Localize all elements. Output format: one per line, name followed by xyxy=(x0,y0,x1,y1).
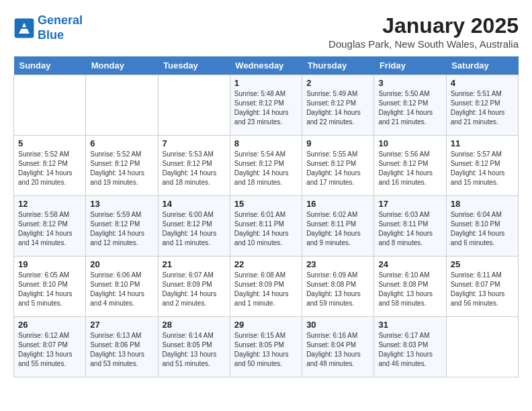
month-title: January 2025 xyxy=(328,13,519,38)
weekday-header-tuesday: Tuesday xyxy=(158,56,230,75)
calendar-cell: 10Sunrise: 5:56 AM Sunset: 8:12 PM Dayli… xyxy=(374,136,446,196)
calendar-cell: 5Sunrise: 5:52 AM Sunset: 8:12 PM Daylig… xyxy=(14,136,86,196)
calendar-cell: 18Sunrise: 6:04 AM Sunset: 8:10 PM Dayli… xyxy=(446,196,518,257)
day-number: 28 xyxy=(163,320,226,330)
day-number: 6 xyxy=(90,138,153,148)
calendar-cell: 15Sunrise: 6:01 AM Sunset: 8:11 PM Dayli… xyxy=(230,196,302,257)
calendar-cell: 26Sunrise: 6:12 AM Sunset: 8:07 PM Dayli… xyxy=(14,317,86,377)
calendar-cell: 8Sunrise: 5:54 AM Sunset: 8:12 PM Daylig… xyxy=(230,136,302,196)
day-info: Sunrise: 6:02 AM Sunset: 8:11 PM Dayligh… xyxy=(306,210,369,248)
calendar-cell: 6Sunrise: 5:52 AM Sunset: 8:12 PM Daylig… xyxy=(86,136,158,196)
day-number: 30 xyxy=(306,320,369,330)
day-info: Sunrise: 5:54 AM Sunset: 8:12 PM Dayligh… xyxy=(234,150,298,187)
day-info: Sunrise: 6:06 AM Sunset: 8:10 PM Dayligh… xyxy=(90,271,153,308)
day-info: Sunrise: 6:17 AM Sunset: 8:03 PM Dayligh… xyxy=(378,331,441,369)
calendar-cell xyxy=(14,75,86,136)
day-number: 14 xyxy=(163,199,226,209)
day-info: Sunrise: 6:16 AM Sunset: 8:04 PM Dayligh… xyxy=(306,331,369,369)
day-info: Sunrise: 5:51 AM Sunset: 8:12 PM Dayligh… xyxy=(451,89,514,127)
calendar-cell: 16Sunrise: 6:02 AM Sunset: 8:11 PM Dayli… xyxy=(302,196,374,257)
day-number: 13 xyxy=(90,199,153,209)
day-info: Sunrise: 5:50 AM Sunset: 8:12 PM Dayligh… xyxy=(378,89,441,127)
day-number: 22 xyxy=(234,259,298,269)
calendar-cell: 1Sunrise: 5:48 AM Sunset: 8:12 PM Daylig… xyxy=(230,75,302,136)
day-info: Sunrise: 6:15 AM Sunset: 8:05 PM Dayligh… xyxy=(234,331,298,369)
weekday-header-friday: Friday xyxy=(374,56,446,75)
calendar-cell xyxy=(446,317,518,377)
location-title: Douglas Park, New South Wales, Australia xyxy=(328,38,519,50)
logo-icon xyxy=(13,17,35,39)
day-info: Sunrise: 6:05 AM Sunset: 8:10 PM Dayligh… xyxy=(18,271,81,308)
day-info: Sunrise: 6:10 AM Sunset: 8:08 PM Dayligh… xyxy=(378,271,441,308)
calendar-cell: 17Sunrise: 6:03 AM Sunset: 8:11 PM Dayli… xyxy=(374,196,446,257)
day-info: Sunrise: 5:55 AM Sunset: 8:12 PM Dayligh… xyxy=(306,150,369,187)
calendar-cell: 24Sunrise: 6:10 AM Sunset: 8:08 PM Dayli… xyxy=(374,257,446,317)
day-number: 5 xyxy=(18,138,81,148)
calendar-cell: 4Sunrise: 5:51 AM Sunset: 8:12 PM Daylig… xyxy=(446,75,518,136)
day-number: 15 xyxy=(234,199,298,209)
day-number: 19 xyxy=(18,259,81,269)
calendar-cell: 19Sunrise: 6:05 AM Sunset: 8:10 PM Dayli… xyxy=(14,257,86,317)
day-info: Sunrise: 6:11 AM Sunset: 8:07 PM Dayligh… xyxy=(451,271,514,308)
calendar-cell: 7Sunrise: 5:53 AM Sunset: 8:12 PM Daylig… xyxy=(158,136,230,196)
day-info: Sunrise: 6:07 AM Sunset: 8:09 PM Dayligh… xyxy=(163,271,226,308)
day-info: Sunrise: 6:00 AM Sunset: 8:12 PM Dayligh… xyxy=(163,210,226,248)
calendar-cell xyxy=(158,75,230,136)
day-number: 7 xyxy=(163,138,226,148)
day-info: Sunrise: 6:08 AM Sunset: 8:09 PM Dayligh… xyxy=(234,271,298,308)
weekday-header-wednesday: Wednesday xyxy=(230,56,302,75)
day-info: Sunrise: 5:52 AM Sunset: 8:12 PM Dayligh… xyxy=(18,150,81,187)
calendar-cell: 13Sunrise: 5:59 AM Sunset: 8:12 PM Dayli… xyxy=(86,196,158,257)
calendar-cell: 2Sunrise: 5:49 AM Sunset: 8:12 PM Daylig… xyxy=(302,75,374,136)
calendar-table: SundayMondayTuesdayWednesdayThursdayFrid… xyxy=(13,56,519,377)
day-info: Sunrise: 6:01 AM Sunset: 8:11 PM Dayligh… xyxy=(234,210,298,248)
day-info: Sunrise: 5:53 AM Sunset: 8:12 PM Dayligh… xyxy=(163,150,226,187)
calendar-cell: 20Sunrise: 6:06 AM Sunset: 8:10 PM Dayli… xyxy=(86,257,158,317)
page-header: General Blue January 2025 Douglas Park, … xyxy=(13,13,519,50)
day-info: Sunrise: 6:12 AM Sunset: 8:07 PM Dayligh… xyxy=(18,331,81,369)
day-info: Sunrise: 6:13 AM Sunset: 8:06 PM Dayligh… xyxy=(90,331,153,369)
logo: General Blue xyxy=(13,13,83,42)
logo-text: General Blue xyxy=(38,13,83,42)
calendar-cell xyxy=(86,75,158,136)
calendar-cell: 11Sunrise: 5:57 AM Sunset: 8:12 PM Dayli… xyxy=(446,136,518,196)
day-number: 23 xyxy=(306,259,369,269)
day-number: 10 xyxy=(378,138,441,148)
day-number: 3 xyxy=(378,78,441,88)
calendar-cell: 21Sunrise: 6:07 AM Sunset: 8:09 PM Dayli… xyxy=(158,257,230,317)
day-number: 16 xyxy=(306,199,369,209)
calendar-cell: 28Sunrise: 6:14 AM Sunset: 8:05 PM Dayli… xyxy=(158,317,230,377)
day-number: 9 xyxy=(306,138,369,148)
day-number: 4 xyxy=(451,78,514,88)
day-number: 29 xyxy=(234,320,298,330)
day-info: Sunrise: 5:59 AM Sunset: 8:12 PM Dayligh… xyxy=(90,210,153,248)
weekday-header-sunday: Sunday xyxy=(14,56,86,75)
day-info: Sunrise: 5:52 AM Sunset: 8:12 PM Dayligh… xyxy=(90,150,153,187)
day-number: 31 xyxy=(378,320,441,330)
day-number: 18 xyxy=(451,199,514,209)
day-info: Sunrise: 5:58 AM Sunset: 8:12 PM Dayligh… xyxy=(18,210,81,248)
weekday-header-monday: Monday xyxy=(86,56,158,75)
day-number: 12 xyxy=(18,199,81,209)
day-number: 20 xyxy=(90,259,153,269)
title-block: January 2025 Douglas Park, New South Wal… xyxy=(328,13,519,50)
weekday-header-thursday: Thursday xyxy=(302,56,374,75)
calendar-cell: 29Sunrise: 6:15 AM Sunset: 8:05 PM Dayli… xyxy=(230,317,302,377)
svg-rect-2 xyxy=(21,27,28,28)
calendar-cell: 22Sunrise: 6:08 AM Sunset: 8:09 PM Dayli… xyxy=(230,257,302,317)
day-info: Sunrise: 5:57 AM Sunset: 8:12 PM Dayligh… xyxy=(451,150,514,187)
day-number: 11 xyxy=(451,138,514,148)
calendar-cell: 25Sunrise: 6:11 AM Sunset: 8:07 PM Dayli… xyxy=(446,257,518,317)
day-number: 21 xyxy=(163,259,226,269)
day-info: Sunrise: 5:48 AM Sunset: 8:12 PM Dayligh… xyxy=(234,89,298,127)
day-number: 25 xyxy=(451,259,514,269)
calendar-cell: 27Sunrise: 6:13 AM Sunset: 8:06 PM Dayli… xyxy=(86,317,158,377)
day-number: 26 xyxy=(18,320,81,330)
day-number: 2 xyxy=(306,78,369,88)
day-number: 17 xyxy=(378,199,441,209)
calendar-cell: 3Sunrise: 5:50 AM Sunset: 8:12 PM Daylig… xyxy=(374,75,446,136)
weekday-header-saturday: Saturday xyxy=(446,56,518,75)
day-info: Sunrise: 6:09 AM Sunset: 8:08 PM Dayligh… xyxy=(306,271,369,308)
calendar-cell: 23Sunrise: 6:09 AM Sunset: 8:08 PM Dayli… xyxy=(302,257,374,317)
day-number: 24 xyxy=(378,259,441,269)
